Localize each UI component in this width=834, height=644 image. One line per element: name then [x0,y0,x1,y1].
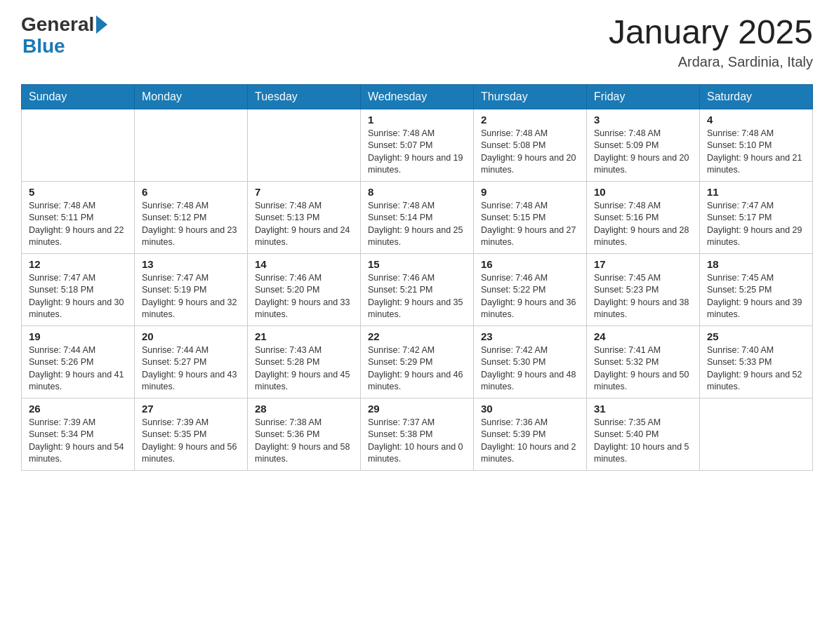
calendar-cell: 17Sunrise: 7:45 AMSunset: 5:23 PMDayligh… [587,253,700,326]
day-info: Sunrise: 7:36 AMSunset: 5:39 PMDaylight:… [481,417,579,466]
day-number: 17 [594,258,692,270]
calendar-cell: 22Sunrise: 7:42 AMSunset: 5:29 PMDayligh… [361,326,474,398]
calendar-cell: 7Sunrise: 7:48 AMSunset: 5:13 PMDaylight… [248,181,361,253]
day-number: 26 [29,403,127,415]
day-number: 21 [255,330,353,342]
calendar-cell: 4Sunrise: 7:48 AMSunset: 5:10 PMDaylight… [700,109,813,181]
calendar-cell [700,398,813,470]
weekday-header-sunday: Sunday [22,84,135,109]
calendar-cell: 23Sunrise: 7:42 AMSunset: 5:30 PMDayligh… [474,326,587,398]
day-number: 25 [707,330,805,342]
calendar-cell: 26Sunrise: 7:39 AMSunset: 5:34 PMDayligh… [22,398,135,470]
calendar-cell: 18Sunrise: 7:45 AMSunset: 5:25 PMDayligh… [700,253,813,326]
day-info: Sunrise: 7:46 AMSunset: 5:22 PMDaylight:… [481,272,579,321]
calendar-cell [135,109,248,181]
day-info: Sunrise: 7:44 AMSunset: 5:27 PMDaylight:… [142,344,240,394]
day-number: 18 [707,258,805,270]
day-number: 4 [707,114,805,126]
day-info: Sunrise: 7:48 AMSunset: 5:12 PMDaylight:… [142,200,240,249]
weekday-header-row: SundayMondayTuesdayWednesdayThursdayFrid… [22,84,813,109]
weekday-header-monday: Monday [135,84,248,109]
calendar-cell: 14Sunrise: 7:46 AMSunset: 5:20 PMDayligh… [248,253,361,326]
week-row-2: 5Sunrise: 7:48 AMSunset: 5:11 PMDaylight… [22,181,813,253]
weekday-header-tuesday: Tuesday [248,84,361,109]
day-info: Sunrise: 7:38 AMSunset: 5:36 PMDaylight:… [255,417,353,466]
day-info: Sunrise: 7:48 AMSunset: 5:10 PMDaylight:… [707,128,805,177]
calendar-cell: 5Sunrise: 7:48 AMSunset: 5:11 PMDaylight… [22,181,135,253]
day-number: 1 [368,114,466,126]
day-info: Sunrise: 7:48 AMSunset: 5:08 PMDaylight:… [481,128,579,177]
calendar-cell: 15Sunrise: 7:46 AMSunset: 5:21 PMDayligh… [361,253,474,326]
day-number: 6 [142,186,240,198]
logo: General Blue [21,14,107,58]
day-info: Sunrise: 7:48 AMSunset: 5:11 PMDaylight:… [29,200,127,249]
day-info: Sunrise: 7:47 AMSunset: 5:17 PMDaylight:… [707,200,805,249]
calendar-subtitle: Ardara, Sardinia, Italy [609,54,813,70]
calendar-cell: 25Sunrise: 7:40 AMSunset: 5:33 PMDayligh… [700,326,813,398]
day-info: Sunrise: 7:47 AMSunset: 5:19 PMDaylight:… [142,272,240,321]
day-info: Sunrise: 7:42 AMSunset: 5:30 PMDaylight:… [481,344,579,394]
day-info: Sunrise: 7:43 AMSunset: 5:28 PMDaylight:… [255,344,353,394]
day-info: Sunrise: 7:46 AMSunset: 5:20 PMDaylight:… [255,272,353,321]
weekday-header-friday: Friday [587,84,700,109]
day-number: 9 [481,186,579,198]
title-area: January 2025 Ardara, Sardinia, Italy [609,14,813,70]
calendar-cell: 21Sunrise: 7:43 AMSunset: 5:28 PMDayligh… [248,326,361,398]
day-info: Sunrise: 7:45 AMSunset: 5:23 PMDaylight:… [594,272,692,321]
day-number: 29 [368,403,466,415]
week-row-1: 1Sunrise: 7:48 AMSunset: 5:07 PMDaylight… [22,109,813,181]
day-info: Sunrise: 7:44 AMSunset: 5:26 PMDaylight:… [29,344,127,394]
calendar-cell: 8Sunrise: 7:48 AMSunset: 5:14 PMDaylight… [361,181,474,253]
calendar-cell: 16Sunrise: 7:46 AMSunset: 5:22 PMDayligh… [474,253,587,326]
day-number: 3 [594,114,692,126]
day-info: Sunrise: 7:46 AMSunset: 5:21 PMDaylight:… [368,272,466,321]
week-row-5: 26Sunrise: 7:39 AMSunset: 5:34 PMDayligh… [22,398,813,470]
calendar-cell: 28Sunrise: 7:38 AMSunset: 5:36 PMDayligh… [248,398,361,470]
calendar-cell: 13Sunrise: 7:47 AMSunset: 5:19 PMDayligh… [135,253,248,326]
day-number: 30 [481,403,579,415]
week-row-3: 12Sunrise: 7:47 AMSunset: 5:18 PMDayligh… [22,253,813,326]
day-number: 16 [481,258,579,270]
day-info: Sunrise: 7:39 AMSunset: 5:34 PMDaylight:… [29,417,127,466]
calendar-cell [248,109,361,181]
day-number: 28 [255,403,353,415]
calendar-cell: 30Sunrise: 7:36 AMSunset: 5:39 PMDayligh… [474,398,587,470]
logo-general-text: General [21,14,94,36]
weekday-header-wednesday: Wednesday [361,84,474,109]
day-number: 27 [142,403,240,415]
calendar-cell: 20Sunrise: 7:44 AMSunset: 5:27 PMDayligh… [135,326,248,398]
calendar-cell: 10Sunrise: 7:48 AMSunset: 5:16 PMDayligh… [587,181,700,253]
day-info: Sunrise: 7:45 AMSunset: 5:25 PMDaylight:… [707,272,805,321]
day-number: 19 [29,330,127,342]
calendar-cell: 2Sunrise: 7:48 AMSunset: 5:08 PMDaylight… [474,109,587,181]
calendar-cell: 3Sunrise: 7:48 AMSunset: 5:09 PMDaylight… [587,109,700,181]
logo-triangle-icon [96,15,107,34]
day-info: Sunrise: 7:37 AMSunset: 5:38 PMDaylight:… [368,417,466,466]
day-info: Sunrise: 7:48 AMSunset: 5:16 PMDaylight:… [594,200,692,249]
day-info: Sunrise: 7:40 AMSunset: 5:33 PMDaylight:… [707,344,805,394]
day-info: Sunrise: 7:48 AMSunset: 5:15 PMDaylight:… [481,200,579,249]
calendar-cell: 27Sunrise: 7:39 AMSunset: 5:35 PMDayligh… [135,398,248,470]
day-info: Sunrise: 7:48 AMSunset: 5:09 PMDaylight:… [594,128,692,177]
calendar-cell: 1Sunrise: 7:48 AMSunset: 5:07 PMDaylight… [361,109,474,181]
calendar-cell: 9Sunrise: 7:48 AMSunset: 5:15 PMDaylight… [474,181,587,253]
weekday-header-saturday: Saturday [700,84,813,109]
day-number: 14 [255,258,353,270]
calendar-title: January 2025 [609,14,813,51]
day-number: 13 [142,258,240,270]
calendar-cell: 19Sunrise: 7:44 AMSunset: 5:26 PMDayligh… [22,326,135,398]
day-number: 8 [368,186,466,198]
calendar-cell: 12Sunrise: 7:47 AMSunset: 5:18 PMDayligh… [22,253,135,326]
page-header: General Blue January 2025 Ardara, Sardin… [21,14,813,70]
day-info: Sunrise: 7:41 AMSunset: 5:32 PMDaylight:… [594,344,692,394]
day-info: Sunrise: 7:48 AMSunset: 5:14 PMDaylight:… [368,200,466,249]
week-row-4: 19Sunrise: 7:44 AMSunset: 5:26 PMDayligh… [22,326,813,398]
calendar-table: SundayMondayTuesdayWednesdayThursdayFrid… [21,84,813,471]
day-info: Sunrise: 7:48 AMSunset: 5:07 PMDaylight:… [368,128,466,177]
day-number: 15 [368,258,466,270]
day-number: 5 [29,186,127,198]
logo-blue-text: Blue [21,36,107,58]
calendar-cell: 31Sunrise: 7:35 AMSunset: 5:40 PMDayligh… [587,398,700,470]
day-number: 20 [142,330,240,342]
calendar-cell: 6Sunrise: 7:48 AMSunset: 5:12 PMDaylight… [135,181,248,253]
